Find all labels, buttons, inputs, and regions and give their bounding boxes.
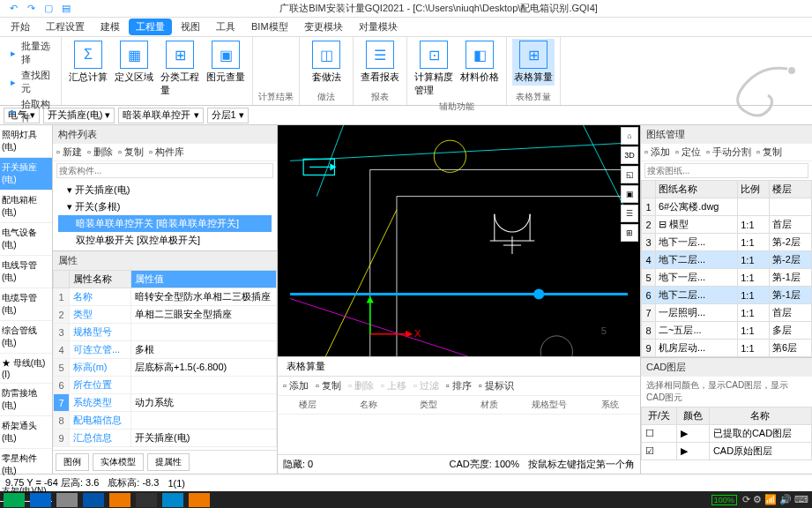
toolbar-button[interactable]: ▫ 上移 <box>381 379 406 392</box>
ribbon-button[interactable]: ◫套做法 <box>305 39 347 86</box>
svg-text:X: X <box>414 328 421 339</box>
taskbar-app[interactable] <box>162 493 183 507</box>
toolbar-button[interactable]: ▫ 排序 <box>446 379 472 392</box>
menu-tab[interactable]: 工程量 <box>129 19 172 35</box>
toolbar-button[interactable]: ▫ 添加 <box>644 146 670 159</box>
svg-marker-25 <box>367 295 374 303</box>
toolbar-button[interactable]: ▫ 构件库 <box>149 146 184 159</box>
category-item[interactable]: ★ 母线(电)(I) <box>0 354 52 384</box>
coordinates: 9.75 Y = -64 层高: 3.6 <box>5 476 99 489</box>
toolbar-button[interactable]: ▫ 手动分割 <box>706 146 751 159</box>
category-item[interactable]: 电气设备(电) <box>0 223 52 256</box>
category-item[interactable]: 综合管线(电) <box>0 321 52 354</box>
ribbon-button[interactable]: ⊡计算精度管理 <box>413 39 455 99</box>
menu-tab[interactable]: 工程设置 <box>39 19 92 35</box>
category-item[interactable]: 桥架通头(电) <box>0 416 52 449</box>
qat-icon[interactable]: ▤ <box>60 3 72 15</box>
component-search-input[interactable] <box>56 163 273 178</box>
svg-point-19 <box>540 336 572 356</box>
category-item[interactable]: 电线导管(电) <box>0 256 52 288</box>
properties-table[interactable]: 属性名称属性值1名称暗转安全型防水单相二三极插座2类型单相二三眼安全型插座3规格… <box>53 270 277 450</box>
taskbar-app[interactable] <box>4 493 25 507</box>
property-button[interactable]: 实体模型 <box>93 453 144 471</box>
qat-icon[interactable]: ▢ <box>42 3 55 15</box>
filter-select[interactable]: 暗装单联单控开 ▾ <box>118 108 203 123</box>
tree-node[interactable]: ▾ 开关插座(电) <box>58 182 272 198</box>
view-layers-icon[interactable]: ☰ <box>621 205 638 222</box>
taskbar-app[interactable] <box>136 493 157 507</box>
taskbar-app[interactable] <box>109 493 130 507</box>
component-list-header: 构件列表 <box>53 125 277 144</box>
svg-text:5: 5 <box>601 325 607 336</box>
category-item[interactable]: 开关插座(电) <box>0 158 52 190</box>
toolbar-button[interactable]: ▫ 提标识 <box>479 379 514 392</box>
view-fit-icon[interactable]: ▣ <box>621 185 638 203</box>
ribbon-button[interactable]: ⊞表格算量 <box>512 39 555 86</box>
category-item[interactable]: 防雷接地(电) <box>0 384 52 416</box>
view-home-icon[interactable]: ⌂ <box>621 127 638 145</box>
menu-tab[interactable]: 对量模块 <box>352 19 405 35</box>
toolbar-button[interactable]: ▫ 复制 <box>118 146 144 159</box>
ribbon-button[interactable]: Σ汇总计算 <box>67 39 109 86</box>
menu-tab[interactable]: 工具 <box>209 19 242 35</box>
toolbar-button[interactable]: ▫ 复制 <box>756 146 782 159</box>
tree-node[interactable]: 双控单极开关 [双控单极开关] <box>58 232 272 249</box>
taskbar[interactable]: 100% ⟳ ⚙ 📶 🔊 ⌨ <box>0 491 812 508</box>
ribbon-button[interactable]: ▣图元查量 <box>205 39 247 86</box>
filter-select[interactable]: 分层1 ▾ <box>207 108 249 123</box>
column-header: 类型 <box>399 399 459 411</box>
ribbon-button[interactable]: ◧材料价格 <box>458 39 501 86</box>
category-item[interactable]: 配电箱柜(电) <box>0 190 52 223</box>
cad-layer-table[interactable]: 开/关颜色名称☐▶已提取的CAD图层☑▶CAD原始图层 <box>641 407 812 460</box>
taskbar-app[interactable] <box>189 493 210 507</box>
toolbar-button[interactable]: ▫ 定位 <box>675 146 701 159</box>
menu-tab[interactable]: BIM模型 <box>244 19 295 35</box>
taskbar-app[interactable] <box>83 493 104 507</box>
ribbon-button[interactable]: ☰查看报表 <box>359 39 401 86</box>
hidden-count: 隐藏: 0 <box>283 458 313 471</box>
toolbar-button[interactable]: ▫ 复制 <box>316 379 341 392</box>
quick-access-toolbar[interactable]: ↶ ↷ ▢ ▤ <box>7 3 72 15</box>
taskbar-app[interactable] <box>30 493 51 507</box>
drawing-mgr-header: 图纸管理 <box>641 125 812 144</box>
undo-icon[interactable]: ↶ <box>7 3 19 15</box>
drawing-search-input[interactable] <box>644 163 808 178</box>
property-button[interactable]: 提属性 <box>147 453 190 471</box>
component-tree[interactable]: ▾ 开关插座(电)▾ 开关(多根)暗装单联单控开关 [暗装单联单控开关]双控单极… <box>53 180 277 250</box>
taskbar-app[interactable] <box>56 493 78 507</box>
ribbon-button[interactable]: ▸拾取构件 <box>5 97 56 125</box>
tab-table-qty[interactable]: 表格算量 <box>278 357 334 376</box>
category-item[interactable]: 电缆导管(电) <box>0 288 52 321</box>
tree-node[interactable]: 暗装单联单控开关 [暗装单联单控开关] <box>58 215 272 232</box>
view-more-icon[interactable]: ⊞ <box>621 224 638 242</box>
svg-marker-22 <box>406 331 413 338</box>
menu-tab[interactable]: 开始 <box>4 19 37 35</box>
menu-tab[interactable]: 视图 <box>174 19 207 35</box>
drawing-table[interactable]: 图纸名称比例楼层16#公寓楼.dwg2⊟ 模型1:1首层3地下一层...1:1第… <box>641 180 812 357</box>
view-3d-icon[interactable]: 3D <box>621 146 638 164</box>
property-button[interactable]: 图例 <box>56 453 89 471</box>
svg-line-1 <box>290 143 628 161</box>
ribbon-button[interactable]: ▸查找图元 <box>5 68 56 96</box>
tray-icons[interactable]: ⟳ ⚙ 📶 🔊 ⌨ <box>742 494 808 505</box>
redo-icon[interactable]: ↷ <box>25 3 37 15</box>
cad-layer-desc: 选择相同颜色，显示CAD图层，显示CAD图元 <box>641 377 812 407</box>
tree-node[interactable]: ▾ 开关(多根) <box>58 198 272 215</box>
menu-tab[interactable]: 建模 <box>93 19 127 35</box>
ribbon-button[interactable]: ⊞分类工程量 <box>159 39 201 99</box>
toolbar-button[interactable]: ▫ 删除 <box>348 379 374 392</box>
ribbon-button[interactable]: ▦定义区域 <box>113 39 155 86</box>
svg-line-15 <box>290 299 468 357</box>
cad-canvas[interactable]: 5 X ⌂ 3D ◱ ▣ ☰ ⊞ <box>278 125 640 356</box>
toolbar-button[interactable]: ▫ 新建 <box>56 146 82 159</box>
column-header: 名称 <box>339 399 399 411</box>
toolbar-button[interactable]: ▫ 删除 <box>87 146 113 159</box>
cad-brightness[interactable]: CAD亮度: 100% <box>450 458 519 471</box>
toolbar-button[interactable]: ▫ 过滤 <box>413 379 439 392</box>
toolbar-button[interactable]: ▫ 添加 <box>283 379 309 392</box>
ribbon-button[interactable]: ▸批量选择 <box>5 39 56 67</box>
menu-tab[interactable]: 变更模块 <box>297 19 350 35</box>
view-cube-icon[interactable]: ◱ <box>621 166 638 183</box>
category-item[interactable]: 照明灯具(电) <box>0 125 52 158</box>
canvas-view-toolbar[interactable]: ⌂ 3D ◱ ▣ ☰ ⊞ <box>621 127 638 242</box>
